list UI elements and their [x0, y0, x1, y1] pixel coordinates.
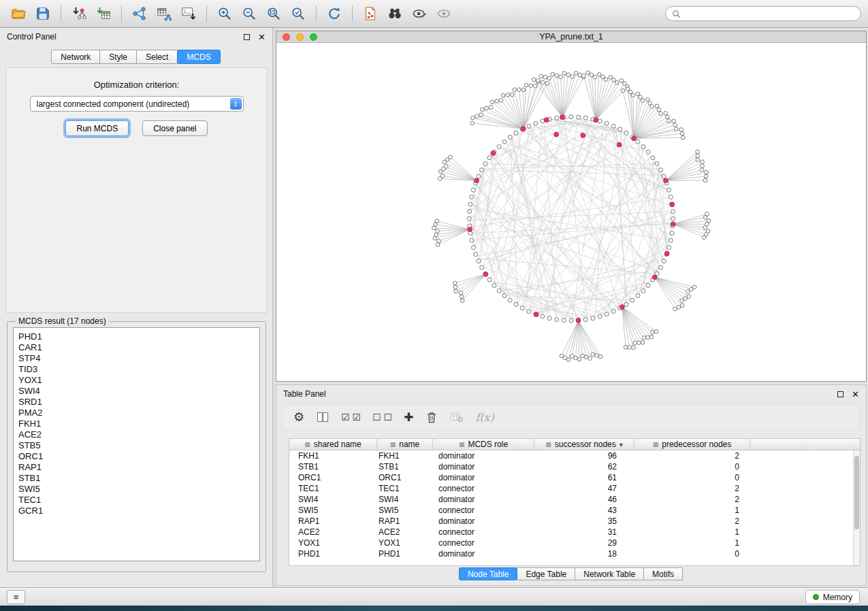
table-row[interactable]: PHD1PHD1dominator180	[289, 548, 860, 559]
find-button[interactable]	[383, 3, 406, 24]
apply-style-button[interactable]	[408, 3, 431, 24]
network-window-titlebar[interactable]: YPA_prune.txt_1	[276, 31, 866, 43]
memory-button[interactable]: Memory	[805, 590, 860, 604]
table-row[interactable]: STB1STB1dominator620	[289, 461, 860, 472]
mcds-result-item[interactable]: GCR1	[18, 506, 255, 516]
export-image-button[interactable]	[177, 3, 200, 24]
column-header-shared-name[interactable]: ▦shared name	[289, 439, 377, 450]
zoom-in-button[interactable]	[213, 3, 236, 24]
mcds-result-item[interactable]: SRD1	[18, 397, 255, 408]
tab-node-table[interactable]: Node Table	[459, 567, 518, 580]
tab-edge-table[interactable]: Edge Table	[517, 567, 575, 580]
tab-motifs[interactable]: Motifs	[643, 567, 683, 580]
column-header-MCDS-role[interactable]: ▦MCDS role	[433, 439, 534, 450]
table-settings-button[interactable]: ⚙	[293, 410, 304, 425]
close-panel-button[interactable]: Close panel	[142, 120, 207, 136]
column-header-successor-nodes[interactable]: ▦successor nodes▾	[534, 439, 634, 450]
mcds-result-item[interactable]: SWI5	[18, 484, 255, 495]
search-input[interactable]	[684, 9, 854, 18]
mcds-result-item[interactable]: FKH1	[18, 418, 255, 429]
delete-table-button[interactable]	[450, 410, 464, 424]
show-columns-button[interactable]	[316, 410, 329, 424]
scrollbar-thumb[interactable]	[854, 456, 859, 529]
mcds-result-item[interactable]: YOX1	[18, 375, 255, 386]
tab-style[interactable]: Style	[99, 50, 137, 64]
open-file-button[interactable]	[7, 3, 30, 24]
table-row[interactable]: RAP1RAP1dominator352	[289, 516, 860, 527]
mcds-result-item[interactable]: TID3	[18, 364, 255, 375]
checked-boxes-icon: ☑ ☑	[341, 412, 361, 423]
cell: connector	[433, 527, 534, 537]
delete-column-button[interactable]	[425, 410, 438, 424]
refresh-button[interactable]	[323, 3, 346, 24]
mcds-result-item[interactable]: STP4	[18, 353, 255, 364]
zoom-fit-button[interactable]	[262, 3, 285, 24]
cell: RAP1	[377, 516, 433, 526]
run-mcds-button[interactable]: Run MCDS	[65, 120, 129, 136]
column-header-name[interactable]: ▦name	[377, 439, 433, 450]
mcds-result-item[interactable]: PHD1	[18, 331, 255, 342]
network-graph[interactable]	[276, 44, 866, 381]
new-network-button[interactable]	[128, 3, 151, 24]
float-panel-icon[interactable]	[244, 34, 250, 40]
table-row[interactable]: FKH1FKH1dominator962	[289, 450, 860, 461]
float-panel-icon[interactable]	[837, 391, 843, 397]
table-row[interactable]: ACE2ACE2connector311	[289, 527, 860, 538]
table-row[interactable]: YOX1YOX1connector291	[289, 538, 860, 548]
mcds-result-item[interactable]: STB1	[18, 473, 255, 484]
list-icon: ≡	[14, 592, 19, 602]
show-hide-button[interactable]	[432, 3, 455, 24]
deselect-all-button[interactable]: ☐ ☐	[372, 412, 392, 423]
cell: 61	[534, 473, 634, 482]
zoom-selected-button[interactable]	[287, 3, 310, 24]
import-table-button[interactable]	[92, 3, 115, 24]
zoom-out-button[interactable]	[238, 3, 261, 24]
cell: 0	[634, 549, 750, 559]
select-all-button[interactable]: ☑ ☑	[341, 412, 361, 423]
table-row[interactable]: TEC1TEC1connector472	[289, 483, 860, 494]
import-network-button[interactable]	[67, 3, 91, 24]
mcds-result-item[interactable]: PMA2	[18, 408, 255, 418]
table-tabbar: Node TableEdge TableNetwork TableMotifs	[276, 567, 866, 580]
minimize-window-icon[interactable]	[296, 33, 304, 41]
tab-network-table[interactable]: Network Table	[575, 567, 644, 580]
criterion-dropdown[interactable]: largest connected component (undirected)…	[30, 96, 244, 112]
tab-select[interactable]: Select	[136, 50, 178, 64]
table-row[interactable]: SWI4SWI4dominator462	[289, 494, 860, 505]
mcds-result-item[interactable]: ACE2	[18, 429, 255, 440]
mcds-result-item[interactable]: TEC1	[18, 495, 255, 506]
network-from-table-icon	[157, 6, 172, 21]
add-column-button[interactable]: ✚	[404, 410, 413, 425]
network-from-table-button[interactable]	[152, 3, 176, 24]
mcds-result-item[interactable]: SWI4	[18, 386, 255, 397]
cell: YOX1	[377, 538, 433, 548]
mcds-result-item[interactable]: RAP1	[18, 462, 255, 473]
cell: FKH1	[377, 451, 433, 461]
close-panel-icon[interactable]: ✕	[258, 33, 266, 42]
save-session-button[interactable]	[31, 3, 54, 24]
table-row[interactable]: ORC1ORC1dominator610	[289, 472, 860, 483]
cell: dominator	[433, 516, 534, 526]
cell: dominator	[433, 451, 534, 461]
close-panel-icon[interactable]: ✕	[852, 390, 859, 399]
cell: RAP1	[289, 516, 377, 526]
mcds-result-item[interactable]: STB5	[18, 440, 255, 451]
control-panel-tabbar: NetworkStyleSelectMCDS	[0, 50, 272, 64]
mcds-result-item[interactable]: CAR1	[18, 342, 255, 353]
column-header-predecessor-nodes[interactable]: ▦predecessor nodes	[634, 439, 750, 450]
function-builder-button[interactable]: f(x)	[475, 411, 494, 424]
task-history-button[interactable]: ≡	[7, 590, 25, 604]
table-scrollbar[interactable]	[853, 450, 860, 565]
table-row[interactable]: SWI5SWI5connector431	[289, 505, 860, 516]
table-panel-header: Table Panel ✕	[276, 385, 866, 403]
export-document-button[interactable]	[359, 3, 382, 24]
tab-network[interactable]: Network	[51, 50, 100, 64]
export-image-icon	[181, 6, 196, 21]
cell: connector	[433, 506, 534, 515]
network-canvas[interactable]	[276, 44, 866, 381]
maximize-window-icon[interactable]	[310, 33, 317, 41]
mcds-result-item[interactable]: ORC1	[18, 451, 255, 462]
search-box[interactable]	[665, 6, 861, 21]
close-window-icon[interactable]	[283, 33, 290, 41]
tab-mcds[interactable]: MCDS	[177, 50, 220, 64]
